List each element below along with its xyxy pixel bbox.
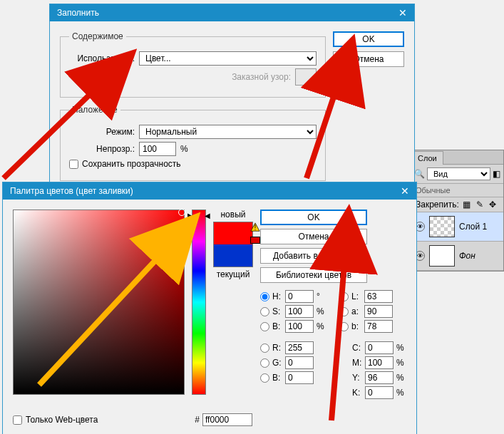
new-label: новый — [220, 210, 245, 219]
fill-dialog: Заполнить ✕ Содержимое Использовать: Цве… — [49, 4, 415, 202]
cancel-button[interactable]: Отмена — [333, 51, 404, 67]
l-input[interactable] — [364, 290, 393, 303]
b-input[interactable] — [285, 320, 314, 333]
r-input[interactable] — [285, 341, 314, 354]
opacity-input[interactable] — [139, 142, 176, 156]
lock-brush-icon[interactable]: ✎ — [476, 200, 486, 210]
custom-pattern-label: Заказной узор: — [69, 72, 291, 82]
c-input[interactable] — [365, 341, 394, 354]
color-field[interactable] — [13, 210, 185, 395]
y-input[interactable] — [365, 371, 394, 384]
close-icon[interactable]: ✕ — [398, 7, 407, 19]
m-input[interactable] — [365, 356, 394, 369]
layers-tab[interactable]: Слои — [411, 151, 443, 165]
lock-pixels-icon[interactable]: ▦ — [463, 200, 473, 210]
mode-select[interactable]: Нормальный — [139, 125, 317, 139]
color-picker-titlebar[interactable]: Палитра цветов (цвет заливки) ✕ — [3, 182, 416, 200]
b-radio[interactable] — [260, 322, 269, 331]
r-radio[interactable] — [260, 343, 269, 353]
mode-label: Режим: — [69, 127, 135, 137]
use-label: Использовать: — [69, 53, 135, 63]
gamut-swatch[interactable] — [250, 237, 260, 244]
cancel-button[interactable]: Отмена — [260, 229, 367, 244]
new-color-swatch — [214, 222, 252, 244]
k-input[interactable] — [365, 386, 394, 399]
layer-thumbnail — [429, 245, 455, 267]
hex-label: # — [195, 415, 200, 425]
hue-slider[interactable]: ▶ ◀ — [192, 210, 206, 395]
g-radio[interactable] — [260, 358, 269, 368]
h-input[interactable] — [285, 290, 314, 303]
search-icon: 🔍 — [414, 169, 425, 179]
fill-dialog-title: Заполнить — [57, 8, 99, 18]
ok-button[interactable]: OK — [260, 210, 367, 225]
bl-radio[interactable] — [260, 373, 269, 383]
color-picker-dialog: Палитра цветов (цвет заливки) ✕ ▶ ◀ новы… — [2, 182, 417, 434]
content-fieldset: Содержимое Использовать: Цвет... Заказно… — [60, 31, 326, 98]
layer-name: Фон — [459, 251, 475, 261]
s-input[interactable] — [285, 305, 314, 318]
layers-kind-select[interactable]: Вид — [427, 167, 490, 180]
lock-label: Закрепить: — [416, 200, 459, 210]
use-select[interactable]: Цвет... — [139, 51, 317, 66]
layer-thumbnail — [429, 216, 455, 237]
layers-panel: Слои 🔍 Вид ◧ Обычные Закрепить: ▦ ✎ ✥ 👁 … — [411, 150, 504, 272]
h-radio[interactable] — [260, 292, 269, 301]
layer-item-bg[interactable]: 👁 Фон — [411, 242, 503, 271]
color-cursor — [178, 209, 185, 216]
pattern-swatch — [295, 68, 317, 86]
blend-mode-select[interactable]: Обычные — [411, 184, 503, 197]
layer-item-1[interactable]: 👁 Слой 1 — [411, 212, 503, 242]
hue-caret-left: ▶ — [187, 212, 193, 219]
hue-caret-right: ◀ — [205, 212, 210, 219]
a-radio[interactable] — [339, 307, 349, 316]
hex-input[interactable] — [202, 413, 252, 426]
color-libraries-button[interactable]: Библиотеки цветов — [260, 267, 367, 283]
blend-legend: Наложение — [69, 105, 120, 115]
color-picker-title: Палитра цветов (цвет заливки) — [10, 186, 133, 196]
content-legend: Содержимое — [69, 31, 126, 41]
preserve-transparency-checkbox[interactable] — [69, 160, 78, 169]
ok-button[interactable]: OK — [333, 31, 404, 47]
current-color-swatch[interactable] — [214, 244, 252, 267]
preserve-transparency-label: Сохранить прозрачность — [82, 159, 181, 169]
add-swatches-button[interactable]: Добавить в образцы — [260, 248, 367, 264]
l-radio[interactable] — [339, 292, 349, 301]
s-radio[interactable] — [260, 307, 269, 316]
opacity-unit: % — [180, 144, 188, 154]
lb-radio[interactable] — [339, 322, 349, 331]
fill-dialog-titlebar[interactable]: Заполнить ✕ — [50, 4, 414, 21]
opacity-label: Непрозр.: — [69, 144, 135, 154]
lock-move-icon[interactable]: ✥ — [489, 200, 499, 210]
g-input[interactable] — [285, 356, 314, 369]
web-only-label: Только Web-цвета — [26, 415, 98, 425]
a-input[interactable] — [364, 305, 393, 318]
warning-icon[interactable]: ! — [250, 222, 260, 232]
web-only-checkbox[interactable] — [13, 415, 22, 425]
close-icon[interactable]: ✕ — [401, 185, 409, 197]
filter-icon[interactable]: ◧ — [493, 169, 500, 179]
blend-fieldset: Наложение Режим: Нормальный Непрозр.: % … — [60, 105, 326, 181]
svg-text:!: ! — [254, 223, 257, 232]
lb-input[interactable] — [364, 320, 393, 333]
bl-input[interactable] — [285, 371, 314, 384]
layer-name: Слой 1 — [459, 222, 487, 232]
color-preview — [213, 222, 253, 267]
current-label: текущий — [217, 269, 250, 279]
